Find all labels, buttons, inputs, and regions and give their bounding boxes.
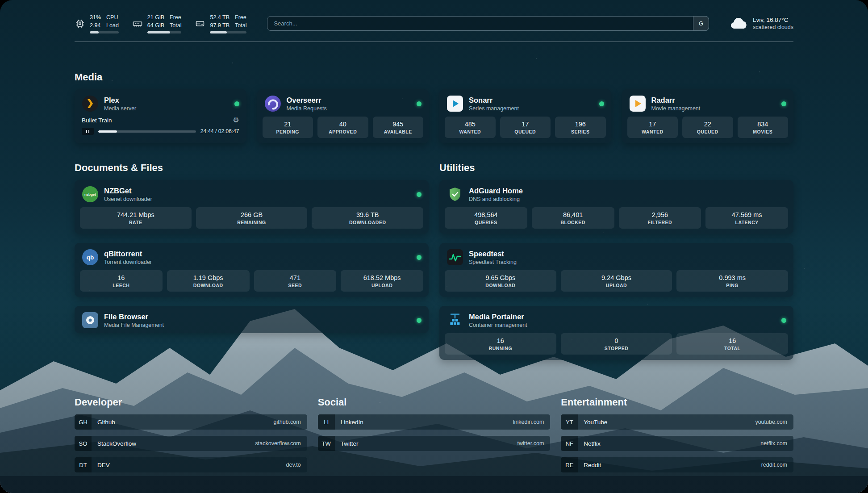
bookmark-abbr: GH [75,414,92,430]
service-subtitle: Media Requests [287,105,327,112]
stat-rate: 744.21 Mbps RATE [80,207,192,229]
stat-wanted: 485 WANTED [445,117,496,138]
portainer-card[interactable]: Media Portainer Container management 16 … [439,306,793,360]
bookmark-name: Netflix [578,440,601,447]
memory-free-value: 21 GiB [147,13,164,21]
memory-free-label: Free [170,13,181,21]
bookmark-name: StackOverflow [92,440,136,447]
adguard-card[interactable]: AdGuard Home DNS and adblocking 498,564 … [439,180,793,234]
bookmark-linkedin[interactable]: LI LinkedIn linkedin.com [318,414,551,430]
service-title: Radarr [651,96,701,104]
disk-free-value: 52.4 TB [210,13,230,21]
status-dot [417,192,421,197]
bookmark-twitter[interactable]: TW Twitter twitter.com [318,436,551,451]
bookmark-name: YouTube [578,419,607,426]
status-dot [599,101,604,106]
service-title: Media Portainer [469,313,527,321]
cloud-icon [730,17,747,30]
service-title: AdGuard Home [469,187,523,195]
utilities-column: Utilities AdGuard Home DNS and adblockin… [439,162,793,369]
social-bookmarks: Social LI LinkedIn linkedin.com TW Twitt… [318,397,551,479]
bookmark-name: LinkedIn [335,419,363,426]
memory-icon [132,18,143,29]
plex-card[interactable]: Plex Media server Bullet Train ⚙ [75,89,246,143]
entertainment-bookmarks: Entertainment YT YouTube youtube.com NF … [561,397,793,479]
bookmark-stackoverflow[interactable]: SO StackOverflow stackoverflow.com [75,436,307,451]
service-subtitle: Usenet downloader [104,196,152,202]
playback-progress[interactable] [98,130,196,133]
stat-series: 196 SERIES [555,117,606,138]
disk-progress-bar [210,31,246,33]
service-subtitle: Media File Management [104,322,164,328]
developer-bookmarks: Developer GH Github github.com SO StackO… [75,397,307,479]
playback-time: 24:44 / 02:06:47 [200,128,239,134]
bookmark-url: twitter.com [517,440,551,447]
status-dot [234,101,239,106]
disk-total-label: Total [235,21,246,29]
overseerr-card[interactable]: Overseerr Media Requests 21 PENDING 40 A… [257,89,429,143]
stat-running: 16 RUNNING [445,333,556,355]
bookmark-abbr: LI [318,414,335,430]
section-title-social: Social [318,397,551,408]
stat-downloaded: 39.6 TB DOWNLOADED [312,207,423,229]
documents-column: Documents & Files nzbget NZBGet Usenet d… [75,162,429,369]
section-title-developer: Developer [75,397,307,408]
filebrowser-card[interactable]: File Browser Media File Management [75,306,429,333]
nzbget-card[interactable]: nzbget NZBGet Usenet downloader 744.21 M… [75,180,429,234]
svg-text:nzbget: nzbget [84,192,96,196]
bookmark-github[interactable]: GH Github github.com [75,414,307,430]
bookmark-url: linkedin.com [513,419,550,425]
service-subtitle: Torrent downloader [104,259,152,265]
search-provider-button[interactable]: G [693,16,709,31]
stat-available: 945 AVAILABLE [373,117,424,138]
status-dot [417,318,421,323]
service-title: Speedtest [469,250,517,258]
stat-latency: 47.569 ms LATENCY [705,207,788,229]
bookmark-url: github.com [274,419,307,425]
bookmark-url: dev.to [286,462,307,468]
stat-ping: 0.993 ms PING [676,270,788,292]
svg-text:qb: qb [87,254,94,261]
header-divider [75,42,793,42]
cpu-widget: 31% 2.94 CPU Load [75,13,119,33]
weather-location: Lviv, 16.87°C [753,17,793,23]
bookmark-name: DEV [92,462,110,468]
disk-free-label: Free [235,13,246,21]
bookmark-abbr: DT [75,457,92,472]
status-dot [417,101,421,106]
qbittorrent-card[interactable]: qb qBittorrent Torrent downloader 16 LEE… [75,243,429,297]
service-subtitle: Media server [104,105,136,112]
nzbget-icon: nzbget [82,186,99,203]
now-playing-title: Bullet Train [82,117,112,124]
bookmark-netflix[interactable]: NF Netflix netflix.com [561,436,793,451]
service-subtitle: Series management [469,105,519,112]
speedtest-card[interactable]: Speedtest Speedtest Tracking 9.65 Gbps D… [439,243,793,297]
radarr-card[interactable]: Radarr Movie management 17 WANTED 22 QUE… [622,89,794,143]
service-subtitle: Container management [469,322,527,328]
status-dot [417,255,421,260]
weather-condition: scattered clouds [753,24,793,30]
disk-total-value: 97.9 TB [210,21,230,29]
pause-button[interactable] [82,128,94,135]
sonarr-card[interactable]: Sonarr Series management 485 WANTED 17 Q… [439,89,611,143]
bookmark-abbr: NF [561,436,578,451]
qbittorrent-icon: qb [82,249,99,266]
section-title-entertainment: Entertainment [561,397,793,408]
service-title: Sonarr [469,96,519,104]
portainer-icon [447,312,463,329]
stat-total: 16 TOTAL [676,333,788,355]
service-subtitle: Speedtest Tracking [469,259,517,265]
filebrowser-icon [82,312,99,329]
stat-queued: 17 QUEUED [500,117,551,138]
memory-widget: 21 GiB 64 GiB Free Total [132,13,182,33]
service-title: File Browser [104,313,164,321]
bookmark-dev[interactable]: DT DEV dev.to [75,457,307,472]
top-bar: 31% 2.94 CPU Load [75,13,793,33]
bookmark-youtube[interactable]: YT YouTube youtube.com [561,414,793,430]
stat-queries: 498,564 QUERIES [445,207,527,229]
search-input[interactable] [267,16,709,31]
bookmark-reddit[interactable]: RE Reddit reddit.com [561,457,793,472]
stat-approved: 40 APPROVED [317,117,368,138]
weather-widget: Lviv, 16.87°C scattered clouds [730,17,793,30]
gear-icon[interactable]: ⚙ [233,117,239,124]
